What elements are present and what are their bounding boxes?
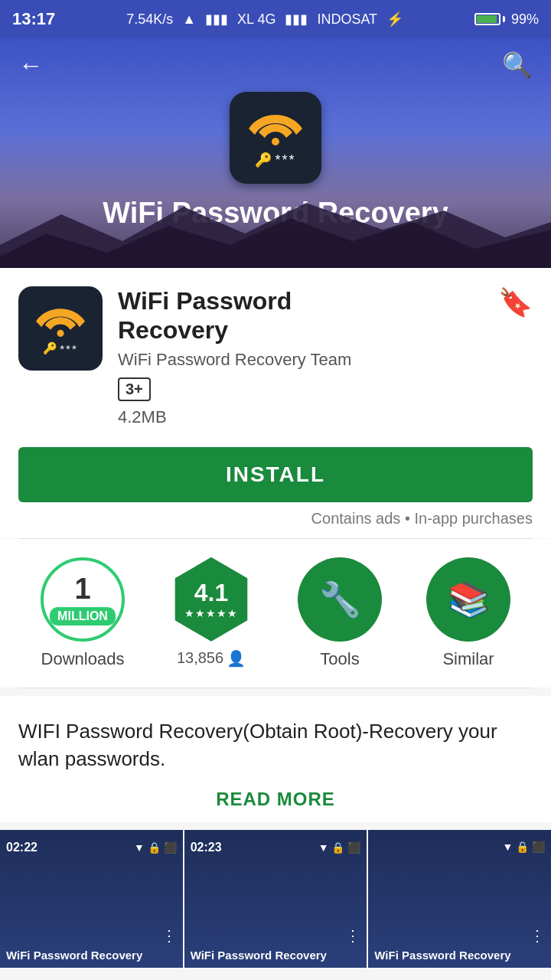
ss-menu-3: ⋮ xyxy=(530,926,545,945)
back-button[interactable]: ← xyxy=(18,51,43,80)
stats-section: 1 MILLION Downloads 4.1 ★★★★★ 13,856 👤 🔧… xyxy=(0,539,551,688)
similar-circle: 📚 xyxy=(426,557,510,642)
svg-point-0 xyxy=(272,138,279,145)
ss-appname-1: WiFi Password Recovery xyxy=(6,949,142,962)
app-icon-small: 🔑 *** xyxy=(18,286,103,371)
ss-icons-1: ▼ 🔒 ⬛ xyxy=(134,841,177,854)
rating-value: 4.1 xyxy=(194,579,228,607)
ss-icons-2: ▼ 🔒 ⬛ xyxy=(318,841,361,854)
stat-downloads: 1 MILLION Downloads xyxy=(41,557,125,669)
wifi-icon xyxy=(249,107,302,147)
rating-stars: ★★★★★ xyxy=(184,607,238,619)
ss-appname-2: WiFi Password Recovery xyxy=(191,949,327,962)
carrier2: INDOSAT xyxy=(317,11,377,28)
status-time: 13:17 xyxy=(12,9,55,29)
rating-count: 13,856 👤 xyxy=(177,649,246,668)
tools-label: Tools xyxy=(320,649,359,669)
screenshot-2: 02:23 ▼ 🔒 ⬛ WiFi Password Recovery ⋮ xyxy=(183,830,367,968)
signal-bars2-icon: ▮▮▮ xyxy=(285,11,308,28)
description-section: WIFI Password Recovery(Obtain Root)-Reco… xyxy=(0,696,551,822)
ss-status-1: 02:22 ▼ 🔒 ⬛ xyxy=(6,836,177,854)
wifi-icon-small xyxy=(36,302,85,338)
ss-time-2: 02:23 xyxy=(191,841,222,854)
network-speed: 7.54K/s xyxy=(126,11,173,28)
similar-label: Similar xyxy=(442,649,494,669)
screenshot-3: ▼ 🔒 ⬛ WiFi Password Recovery ⋮ xyxy=(367,830,551,968)
downloads-label: Downloads xyxy=(41,649,125,669)
description-text: WIFI Password Recovery(Obtain Root)-Reco… xyxy=(18,717,533,773)
carrier1: XL 4G xyxy=(237,11,276,28)
app-info-row: 🔑 *** WiFi Password Recovery WiFi Passwo… xyxy=(18,286,533,427)
ss-appname-3: WiFi Password Recovery xyxy=(374,949,510,962)
downloads-circle: 1 MILLION xyxy=(41,557,125,642)
install-section: INSTALL Contains ads • In-app purchases xyxy=(0,439,551,538)
rating-hex: 4.1 ★★★★★ xyxy=(169,557,253,642)
age-rating-badge: 3+ xyxy=(118,377,151,401)
app-info-section: 🔑 *** WiFi Password Recovery WiFi Passwo… xyxy=(0,268,551,439)
search-button[interactable]: 🔍 xyxy=(502,51,533,80)
status-right: 99% xyxy=(474,11,539,28)
battery-percent: 99% xyxy=(511,11,539,28)
ss-status-3: ▼ 🔒 ⬛ xyxy=(374,836,545,853)
similar-icon: 📚 xyxy=(448,580,490,619)
header-app-icon: 🔑 *** xyxy=(230,92,321,184)
tools-circle: 🔧 xyxy=(298,557,382,642)
ss-time-1: 02:22 xyxy=(6,841,37,854)
downloads-number: 1 xyxy=(74,573,90,606)
battery-indicator xyxy=(474,13,505,25)
mountains-decoration xyxy=(0,199,551,268)
screenshots-section: 02:22 ▼ 🔒 ⬛ WiFi Password Recovery ⋮ 02:… xyxy=(0,830,551,968)
status-bar: 13:17 7.54K/s ▲ ▮▮▮ XL 4G ▮▮▮ INDOSAT ⚡ … xyxy=(0,0,551,38)
install-button[interactable]: INSTALL xyxy=(18,447,533,502)
stat-rating: 4.1 ★★★★★ 13,856 👤 xyxy=(169,557,253,668)
divider-2 xyxy=(18,688,533,688)
install-note: Contains ads • In-app purchases xyxy=(18,510,533,528)
person-icon: 👤 xyxy=(227,649,246,668)
ss-menu-2: ⋮ xyxy=(345,926,360,945)
key-password-row: 🔑 *** xyxy=(255,152,295,168)
app-name: WiFi Password Recovery xyxy=(118,286,483,345)
app-header: ← 🔍 🔑 *** WiFi Password Recovery xyxy=(0,38,551,268)
app-details: WiFi Password Recovery WiFi Password Rec… xyxy=(118,286,483,427)
bookmark-button[interactable]: 🔖 xyxy=(498,286,533,318)
read-more-button[interactable]: READ MORE xyxy=(18,789,533,810)
status-center: 7.54K/s ▲ ▮▮▮ XL 4G ▮▮▮ INDOSAT ⚡ xyxy=(126,11,403,28)
ss-icons-3: ▼ 🔒 ⬛ xyxy=(502,841,545,853)
svg-point-3 xyxy=(57,330,64,337)
million-badge: MILLION xyxy=(50,607,116,626)
app-size: 4.2MB xyxy=(118,407,167,426)
ss-status-2: 02:23 ▼ 🔒 ⬛ xyxy=(191,836,361,854)
stat-similar[interactable]: 📚 Similar xyxy=(426,557,510,669)
signal-bars-icon: ▮▮▮ xyxy=(205,11,228,28)
stat-tools[interactable]: 🔧 Tools xyxy=(298,557,382,669)
wifi-signal-icon: ▲ xyxy=(182,11,196,28)
lightning-icon: ⚡ xyxy=(386,11,403,28)
ss-menu-1: ⋮ xyxy=(161,926,177,945)
header-nav: ← 🔍 xyxy=(18,38,533,92)
wrench-icon: 🔧 xyxy=(319,580,361,619)
app-developer: WiFi Password Recovery Team xyxy=(118,350,483,370)
screenshot-1: 02:22 ▼ 🔒 ⬛ WiFi Password Recovery ⋮ xyxy=(0,830,183,968)
